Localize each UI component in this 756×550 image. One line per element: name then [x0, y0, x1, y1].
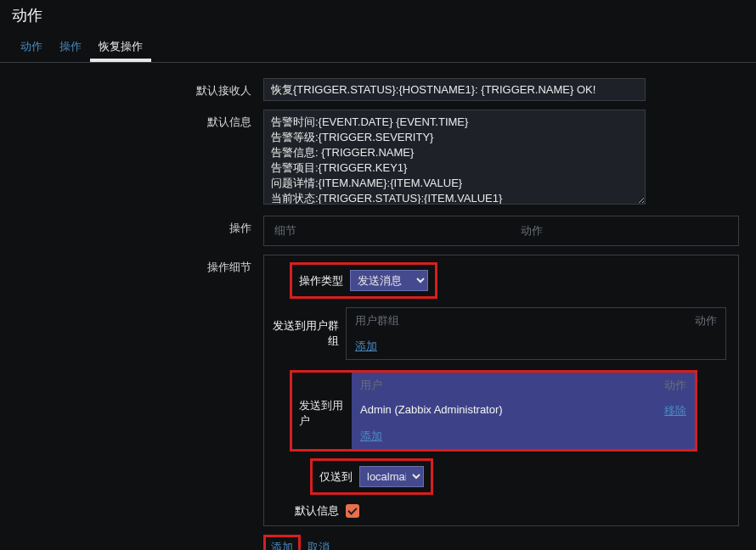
op-type-select[interactable]: 发送消息: [350, 270, 428, 291]
default-info-label: 默认信息: [279, 503, 346, 519]
cancel-operation-link[interactable]: 取消: [307, 540, 330, 550]
form: 默认接收人 默认信息 操作 细节 动作 操作细节: [0, 63, 756, 550]
send-to-users-label: 发送到用户: [292, 393, 352, 429]
default-message-textarea[interactable]: [263, 109, 646, 205]
table-row: Admin (Zabbix Administrator) 移除: [352, 398, 695, 424]
hl-op-type: 操作类型 发送消息: [290, 262, 437, 299]
user-name: Admin (Zabbix Administrator): [360, 403, 635, 418]
op-type-label: 操作类型: [299, 273, 343, 289]
operations-table: 细节 动作: [263, 216, 739, 246]
send-only-to-label: 仅送到: [319, 469, 353, 485]
tabbar: 动作 操作 恢复操作: [0, 34, 756, 63]
users-head-col2: 动作: [635, 378, 686, 393]
users-head-col1: 用户: [360, 378, 635, 393]
default-recipient-input[interactable]: [263, 78, 646, 101]
operations-head-details: 细节: [274, 223, 521, 239]
tab-actions[interactable]: 动作: [12, 34, 51, 62]
operation-details-label: 操作细节: [12, 255, 263, 275]
hl-add-link: 添加: [263, 535, 301, 550]
user-groups-table: 用户群组 动作 添加: [346, 307, 726, 360]
add-operation-link[interactable]: 添加: [271, 541, 293, 550]
tab-recovery-operations[interactable]: 恢复操作: [90, 34, 151, 62]
groups-head-col1: 用户群组: [355, 313, 666, 328]
user-remove-link[interactable]: 移除: [664, 404, 686, 417]
groups-head-col2: 动作: [666, 313, 717, 328]
page-title: 动作: [0, 0, 756, 34]
tab-operations[interactable]: 操作: [51, 34, 90, 62]
groups-add-link[interactable]: 添加: [355, 339, 377, 354]
send-only-to-select[interactable]: localmail: [359, 466, 424, 487]
hl-send-only-to: 仅送到 localmail: [310, 458, 433, 495]
default-message-label: 默认信息: [12, 109, 263, 130]
send-to-groups-label: 发送到用户群组: [271, 318, 346, 349]
default-info-checkbox[interactable]: [346, 504, 359, 518]
operations-head-action: 动作: [521, 223, 728, 239]
users-add-link[interactable]: 添加: [360, 429, 382, 444]
default-recipient-label: 默认接收人: [12, 78, 263, 98]
operation-details-box: 操作类型 发送消息 发送到用户群组 用户群组 动作: [263, 255, 739, 526]
users-table: 发送到用户 用户 动作 Admin (Zabbix Administrator)…: [290, 370, 697, 452]
operations-label: 操作: [12, 216, 263, 236]
